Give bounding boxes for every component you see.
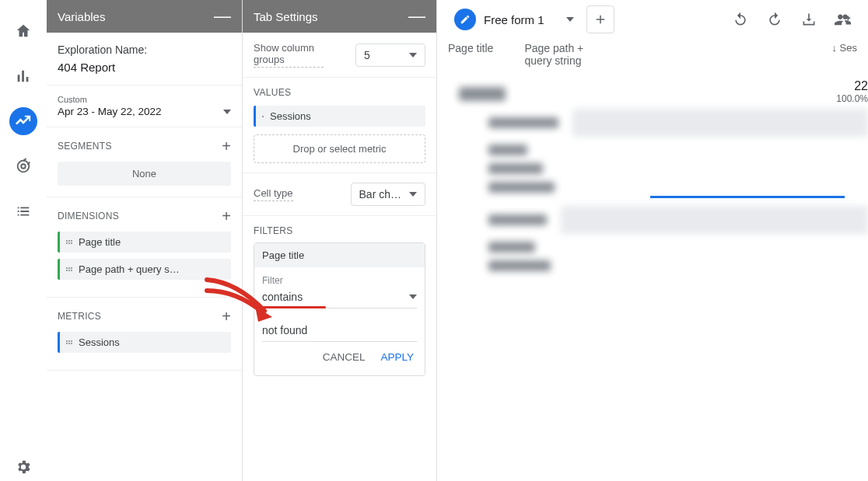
filter-value-input[interactable]: [262, 319, 417, 342]
values-section: VALUES Sessions Drop or select metric: [243, 78, 436, 173]
exploration-name-label: Exploration Name:: [58, 44, 231, 56]
undo-icon: [733, 12, 748, 27]
show-columns-label: Show column groups: [254, 42, 324, 68]
variables-title: Variables: [58, 10, 105, 23]
chevron-down-icon[interactable]: [223, 110, 231, 114]
exploration-name-section: Exploration Name: 404 Report: [47, 33, 242, 85]
chevron-down-icon[interactable]: [566, 17, 574, 22]
values-dropzone[interactable]: Drop or select metric: [254, 134, 425, 163]
table-body-blurred: 22 100.0%: [448, 79, 868, 421]
segments-none[interactable]: None: [58, 162, 231, 186]
segments-section: SEGMENTS + None: [47, 127, 242, 197]
dimensions-title: DIMENSIONS: [58, 211, 119, 221]
values-chip-label: Sessions: [270, 110, 311, 122]
metrics-section: METRICS + Sessions: [47, 298, 242, 371]
filter-condition-value: contains: [262, 291, 303, 303]
cell-type-value: Bar ch…: [359, 188, 401, 200]
filters-title: FILTERS: [254, 225, 425, 236]
target-icon: [15, 158, 32, 175]
column-header-sessions[interactable]: ↓ Ses: [831, 42, 857, 67]
values-title: VALUES: [254, 87, 425, 98]
share-people-icon: [835, 11, 852, 28]
home-icon: [15, 23, 32, 40]
filters-section: FILTERS Page title Filter contains CANCE…: [243, 216, 436, 385]
dimension-chip-label: Page path + query s…: [79, 263, 180, 275]
explore-icon: [15, 113, 32, 130]
annotation-underline: [262, 306, 326, 308]
add-tab-button[interactable]: [586, 5, 614, 33]
download-icon: [801, 12, 817, 27]
column-header-2[interactable]: Page path + query string: [524, 42, 610, 67]
column-header-1[interactable]: Page title: [448, 42, 493, 67]
dimensions-section: DIMENSIONS + Page title Page path + quer…: [47, 197, 242, 298]
svg-point-0: [18, 161, 30, 173]
variables-header: Variables —: [47, 0, 242, 33]
bar-chart-icon: [15, 68, 32, 85]
drag-handle-icon: [66, 240, 72, 244]
date-custom-label: Custom: [58, 95, 231, 104]
svg-point-1: [21, 164, 26, 169]
share-button[interactable]: [829, 5, 857, 33]
list-icon: [15, 203, 32, 220]
date-range-section[interactable]: Custom Apr 23 - May 22, 2022: [47, 85, 242, 127]
nav-admin[interactable]: [9, 453, 37, 481]
report-tab-name: Free form 1: [484, 13, 544, 26]
tab-settings-title: Tab Settings: [254, 10, 318, 23]
metric-chip-label: Sessions: [79, 336, 120, 348]
gear-icon: [15, 458, 32, 476]
date-range-value: Apr 23 - May 22, 2022: [58, 106, 162, 117]
drag-handle-icon: [262, 116, 264, 117]
drag-handle-icon: [66, 340, 72, 344]
apply-button[interactable]: APPLY: [380, 351, 414, 363]
filter-card: Page title Filter contains CANCEL APPLY: [254, 242, 425, 376]
tab-settings-panel: Tab Settings — Show column groups 5 VALU…: [243, 0, 437, 481]
minimize-tab-settings[interactable]: —: [408, 8, 425, 25]
dimension-chip-label: Page title: [79, 236, 121, 248]
add-dimension-button[interactable]: +: [222, 208, 231, 224]
show-columns-select[interactable]: 5: [355, 44, 425, 67]
nav-advertising[interactable]: [9, 152, 37, 180]
pencil-icon: [454, 9, 476, 30]
cancel-button[interactable]: CANCEL: [323, 351, 366, 363]
variables-panel: Variables — Exploration Name: 404 Report…: [47, 0, 243, 481]
download-button[interactable]: [795, 5, 823, 33]
cell-type-row: Cell type Bar ch…: [243, 173, 436, 216]
nav-home[interactable]: [9, 17, 37, 45]
report-toolbar: Free form 1: [437, 0, 868, 39]
chevron-down-icon: [409, 192, 417, 197]
values-chip[interactable]: Sessions: [254, 106, 425, 127]
add-metric-button[interactable]: +: [222, 308, 231, 324]
show-columns-value: 5: [364, 49, 370, 61]
chevron-down-icon: [409, 53, 417, 58]
plus-icon: [593, 12, 607, 26]
nav-configure[interactable]: [9, 197, 37, 225]
filter-label: Filter: [262, 275, 417, 286]
filter-condition-select[interactable]: contains: [262, 288, 417, 308]
add-segment-button[interactable]: +: [222, 138, 231, 154]
minimize-variables[interactable]: —: [214, 8, 231, 25]
dimension-chip[interactable]: Page path + query s…: [58, 259, 231, 280]
table-headers: Page title Page path + query string ↓ Se…: [437, 39, 868, 79]
report-tab[interactable]: Free form 1: [448, 5, 580, 33]
filter-dimension[interactable]: Page title: [254, 243, 425, 267]
report-area: Free form 1 Page title Page path + query…: [437, 0, 868, 481]
segments-title: SEGMENTS: [58, 141, 112, 152]
tab-settings-header: Tab Settings —: [243, 0, 436, 33]
nav-reports[interactable]: [9, 62, 37, 90]
nav-explore[interactable]: [9, 107, 37, 135]
dimension-chip[interactable]: Page title: [58, 232, 231, 253]
cell-type-label: Cell type: [254, 187, 293, 201]
redo-icon: [767, 12, 782, 27]
undo-button[interactable]: [726, 5, 754, 33]
redo-button[interactable]: [761, 5, 789, 33]
exploration-name-value[interactable]: 404 Report: [58, 61, 231, 74]
cell-type-select[interactable]: Bar ch…: [351, 183, 425, 206]
metrics-title: METRICS: [58, 311, 101, 322]
show-columns-row: Show column groups 5: [243, 33, 436, 78]
metric-chip[interactable]: Sessions: [58, 332, 231, 353]
chevron-down-icon: [409, 295, 417, 299]
drag-handle-icon: [66, 267, 72, 271]
